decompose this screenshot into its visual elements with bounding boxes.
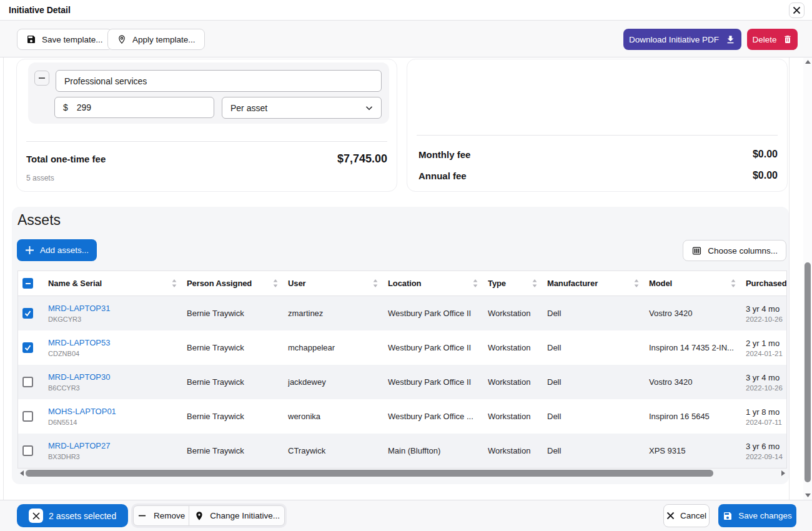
save-changes-button[interactable]: Save changes	[718, 504, 796, 527]
col-header-manufacturer[interactable]: Manufacturer	[547, 279, 598, 288]
asset-name-link[interactable]: MRD-LAPTOP30	[48, 372, 181, 382]
download-pdf-button[interactable]: Download Initiative PDF	[623, 29, 741, 50]
asset-type: Workstation	[488, 309, 541, 318]
scroll-left-icon[interactable]	[19, 470, 25, 476]
table-row: MRD-LAPTOP31DKGCYR3 Bernie Traywick zmar…	[18, 296, 786, 330]
asset-name-link[interactable]: MRD-LAPTOP27	[48, 441, 181, 450]
table-row: MOHS-LAPTOP01D6N5514 Bernie Traywick wer…	[18, 399, 786, 434]
horizontal-scrollbar-thumb[interactable]	[26, 470, 713, 477]
divider	[417, 135, 778, 136]
asset-user: mchappelear	[288, 343, 382, 352]
asset-user: jackdewey	[288, 377, 382, 387]
change-initiative-button[interactable]: Change Initiative...	[189, 505, 285, 526]
pin-icon	[117, 34, 127, 44]
sort-icon[interactable]	[731, 279, 736, 287]
sort-icon[interactable]	[532, 279, 537, 287]
col-header-model[interactable]: Model	[649, 279, 672, 288]
scroll-down-icon[interactable]	[805, 492, 811, 498]
remove-button[interactable]: Remove	[133, 505, 189, 526]
person-assigned: Bernie Traywick	[187, 377, 282, 387]
minus-icon	[138, 512, 146, 520]
sort-icon[interactable]	[473, 279, 478, 287]
vertical-scrollbar[interactable]	[803, 57, 812, 500]
chevron-down-icon	[364, 102, 375, 114]
sort-icon[interactable]	[634, 279, 639, 287]
table-row: MRD-LAPTOP30B6CCYR3 Bernie Traywick jack…	[18, 365, 786, 399]
monthly-fee-value: $0.00	[753, 149, 778, 160]
col-header-user[interactable]: User	[288, 279, 306, 288]
fee-unit-select[interactable]: Per asset	[222, 97, 382, 119]
pin-icon	[194, 511, 204, 521]
row-checkbox[interactable]	[22, 308, 33, 319]
change-initiative-label: Change Initiative...	[210, 511, 280, 520]
select-all-checkbox[interactable]	[22, 278, 33, 289]
asset-user: weronika	[288, 412, 382, 421]
asset-name-link[interactable]: MOHS-LAPTOP01	[48, 407, 181, 416]
horizontal-scrollbar[interactable]	[17, 469, 787, 478]
save-template-button[interactable]: Save template...	[17, 29, 112, 50]
row-checkbox[interactable]	[22, 445, 33, 456]
add-assets-button[interactable]: Add assets...	[17, 239, 97, 261]
asset-serial: BX3DHR3	[48, 453, 181, 460]
asset-age: 1 yr 8 mo	[746, 407, 786, 417]
fee-name-value: Professional services	[64, 76, 147, 86]
fee-name-input[interactable]: Professional services	[56, 70, 382, 92]
col-header-person[interactable]: Person Assigned	[187, 279, 252, 288]
scroll-up-icon[interactable]	[805, 59, 811, 65]
selected-assets-label: 2 assets selected	[49, 511, 116, 521]
row-checkbox[interactable]	[22, 377, 33, 387]
apply-template-button[interactable]: Apply template...	[107, 29, 205, 50]
delete-button[interactable]: Delete	[747, 29, 798, 50]
asset-serial: D6N5514	[48, 419, 181, 426]
col-header-type[interactable]: Type	[488, 279, 506, 288]
person-assigned: Bernie Traywick	[187, 343, 282, 352]
row-checkbox[interactable]	[22, 342, 33, 353]
asset-model: Inspiron 14 7435 2-IN...	[649, 343, 740, 352]
cancel-button[interactable]: Cancel	[663, 504, 710, 527]
modal-title: Initiative Detail	[9, 5, 71, 15]
divider	[26, 141, 387, 142]
col-header-location[interactable]: Location	[388, 279, 421, 288]
asset-serial: B6CCYR3	[48, 384, 181, 392]
modal-body: Professional services $ 299 Per asset To…	[3, 57, 790, 500]
clear-selection-icon[interactable]	[29, 509, 43, 523]
fee-line-item: Professional services $ 299 Per asset	[28, 62, 389, 124]
assets-heading: Assets	[17, 212, 61, 229]
bulk-actions-group: Remove Change Initiative...	[131, 504, 287, 528]
scroll-right-icon[interactable]	[780, 470, 786, 476]
download-pdf-label: Download Initiative PDF	[629, 35, 719, 44]
modal-footer: 2 assets selected Remove Change Initiati…	[0, 500, 812, 531]
asset-manufacturer: Dell	[547, 309, 643, 318]
choose-columns-button[interactable]: Choose columns...	[683, 240, 786, 261]
asset-purchase-date: 2024-01-21	[746, 350, 786, 357]
selected-assets-button[interactable]: 2 assets selected	[17, 504, 128, 527]
asset-model: Vostro 3420	[649, 309, 740, 318]
choose-columns-label: Choose columns...	[708, 246, 778, 256]
col-header-purchased[interactable]: Purchased	[746, 279, 786, 288]
sort-icon[interactable]	[373, 279, 378, 287]
asset-name-link[interactable]: MRD-LAPTOP31	[48, 304, 181, 313]
sort-icon[interactable]	[172, 279, 177, 287]
sort-icon[interactable]	[273, 279, 278, 287]
asset-purchase-date: 2022-09-14	[746, 453, 786, 460]
fee-amount-input[interactable]: $ 299	[54, 97, 214, 118]
asset-manufacturer: Dell	[547, 343, 643, 352]
asset-user: CTraywick	[288, 446, 382, 455]
modal-header: Initiative Detail	[0, 0, 812, 21]
asset-name-link[interactable]: MRD-LAPTOP53	[48, 338, 181, 347]
assets-table: Name & Serial Person Assigned User Locat…	[17, 270, 787, 469]
delete-label: Delete	[752, 35, 776, 44]
close-icon	[793, 6, 801, 14]
fee-amount-value: 299	[77, 102, 91, 112]
asset-purchase-date: 2022-10-26	[746, 315, 786, 323]
annual-fee-row: Annual fee $0.00	[418, 170, 778, 181]
monthly-fee-row: Monthly fee $0.00	[418, 149, 778, 160]
remove-label: Remove	[154, 511, 185, 520]
vertical-scrollbar-thumb[interactable]	[805, 262, 811, 482]
remove-fee-button[interactable]	[34, 71, 49, 86]
row-checkbox[interactable]	[22, 411, 33, 422]
col-header-name-serial[interactable]: Name & Serial	[48, 279, 102, 288]
add-assets-label: Add assets...	[40, 246, 89, 255]
close-button[interactable]	[789, 2, 805, 18]
asset-location: Main (Bluffton)	[388, 446, 482, 455]
